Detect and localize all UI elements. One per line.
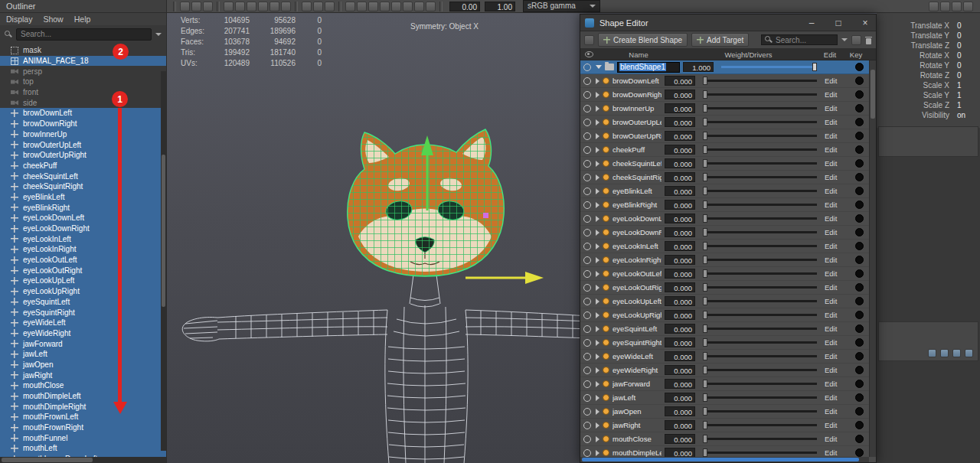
- channel-value[interactable]: 1: [957, 90, 980, 100]
- blend-target-row[interactable]: jawForward 0.000 Edit: [580, 377, 869, 391]
- target-name[interactable]: jawLeft: [612, 393, 662, 402]
- expand-chevron-icon[interactable]: [596, 367, 599, 373]
- outliner-item[interactable]: jawRight: [0, 370, 166, 380]
- blend-target-row[interactable]: eyeWideLeft 0.000 Edit: [580, 350, 869, 364]
- weight-field[interactable]: 0.000: [665, 324, 695, 334]
- blend-target-row[interactable]: eyeWideRight 0.000 Edit: [580, 364, 869, 377]
- target-select-radio[interactable]: [583, 284, 591, 292]
- outliner-item[interactable]: jawForward: [0, 338, 166, 349]
- expand-chevron-icon[interactable]: [596, 312, 599, 318]
- blend-target-row[interactable]: eyeSquintRight 0.000 Edit: [580, 336, 869, 350]
- blend-target-row[interactable]: mouthClose 0.000 Edit: [580, 432, 869, 446]
- slider-handle[interactable]: [703, 242, 707, 250]
- blend-target-row[interactable]: eyeLookInLeft 0.000 Edit: [580, 240, 869, 253]
- blend-target-row[interactable]: eyeLookUpLeft 0.000 Edit: [580, 295, 869, 308]
- slider-handle[interactable]: [703, 407, 707, 416]
- blend-target-row[interactable]: browOuterUpLeft 0.000 Edit: [580, 116, 869, 129]
- collapse-chevron-icon[interactable]: [596, 65, 602, 69]
- outliner-item[interactable]: eyeLookUpLeft: [0, 276, 166, 286]
- weight-slider[interactable]: [703, 328, 817, 330]
- snap-to-view-plane-icon[interactable]: [270, 2, 279, 11]
- collapse-all-icon[interactable]: [851, 35, 861, 45]
- edit-button[interactable]: Edit: [825, 187, 846, 195]
- name-column-header[interactable]: Name: [597, 51, 680, 59]
- weight-slider[interactable]: [703, 369, 817, 371]
- expand-chevron-icon[interactable]: [596, 92, 599, 98]
- weight-field[interactable]: 0.000: [665, 434, 695, 444]
- outliner-item[interactable]: eyeLookInRight: [0, 244, 166, 255]
- target-select-radio[interactable]: [583, 367, 591, 374]
- expand-chevron-icon[interactable]: [596, 243, 599, 249]
- slider-handle[interactable]: [703, 104, 707, 112]
- expand-chevron-icon[interactable]: [596, 216, 599, 222]
- blend-target-row[interactable]: jawOpen 0.000 Edit: [580, 405, 869, 419]
- keyframe-dot[interactable]: [855, 352, 864, 360]
- target-name[interactable]: jawRight: [612, 421, 662, 429]
- weight-slider[interactable]: [703, 396, 817, 399]
- keyframe-dot[interactable]: [855, 297, 864, 305]
- outliner-item[interactable]: cheekPuff: [0, 161, 166, 171]
- keyframe-dot[interactable]: [855, 104, 864, 112]
- target-name[interactable]: cheekSquintLeft: [612, 159, 662, 168]
- channel-value[interactable]: 0: [957, 51, 980, 60]
- weight-field[interactable]: 0.000: [665, 351, 695, 361]
- edit-button[interactable]: Edit: [825, 311, 846, 319]
- target-select-radio[interactable]: [583, 435, 591, 443]
- target-select-radio[interactable]: [583, 201, 591, 209]
- character-body-wireframe[interactable]: [182, 275, 615, 463]
- blend-target-row[interactable]: mouthDimpleLeft 0.000 Edit: [580, 446, 869, 457]
- weight-field[interactable]: 0.000: [665, 393, 695, 403]
- weight-field[interactable]: 0.000: [665, 420, 695, 430]
- target-select-radio[interactable]: [583, 311, 591, 319]
- outliner-item[interactable]: eyeLookOutRight: [0, 265, 166, 276]
- edit-button[interactable]: Edit: [825, 228, 846, 236]
- weight-field[interactable]: 0.000: [665, 200, 695, 210]
- keyframe-dot[interactable]: [855, 201, 864, 209]
- weight-slider[interactable]: [703, 135, 817, 137]
- status-numeric-field-a[interactable]: 0.00: [449, 2, 480, 11]
- target-name[interactable]: cheekSquintRight: [612, 173, 662, 181]
- keyframe-dot[interactable]: [855, 435, 864, 443]
- tool-settings-toggle-icon[interactable]: [952, 2, 962, 11]
- snap-to-curve-icon[interactable]: [235, 2, 245, 11]
- slider-handle[interactable]: [703, 159, 707, 168]
- outliner-item[interactable]: browOuterUpRight: [0, 150, 166, 161]
- target-select-radio[interactable]: [583, 146, 591, 154]
- weight-field[interactable]: 0.000: [665, 145, 695, 155]
- selected-component-handle[interactable]: [483, 213, 488, 218]
- expand-chevron-icon[interactable]: [596, 106, 599, 112]
- target-name[interactable]: jawOpen: [612, 407, 662, 416]
- outliner-item[interactable]: ANIMAL_FACE_18: [0, 56, 166, 67]
- expand-chevron-icon[interactable]: [596, 271, 599, 277]
- weight-slider[interactable]: [703, 259, 817, 261]
- edit-button[interactable]: Edit: [825, 269, 846, 278]
- outliner-item[interactable]: mouthFunnel: [0, 432, 166, 443]
- target-name[interactable]: eyeWideLeft: [612, 352, 662, 360]
- edit-button[interactable]: Edit: [825, 132, 846, 140]
- weight-column-header[interactable]: Weight/Drivers: [680, 51, 817, 59]
- target-select-radio[interactable]: [583, 174, 591, 181]
- scrollbar-thumb[interactable]: [582, 458, 859, 461]
- blend-target-row[interactable]: cheekSquintLeft 0.000 Edit: [580, 157, 869, 171]
- blend-target-row[interactable]: eyeLookUpRight 0.000 Edit: [580, 308, 869, 322]
- weight-slider[interactable]: [703, 80, 817, 82]
- select-by-hierarchy-icon[interactable]: [180, 2, 190, 11]
- target-select-radio[interactable]: [583, 380, 591, 388]
- weight-slider[interactable]: [703, 121, 817, 123]
- outliner-item[interactable]: browDownRight: [0, 119, 166, 129]
- keyframe-dot[interactable]: [855, 187, 864, 195]
- expand-chevron-icon[interactable]: [596, 450, 599, 456]
- weight-slider[interactable]: [703, 272, 817, 275]
- weight-slider[interactable]: [703, 176, 817, 178]
- keyframe-dot[interactable]: [855, 407, 864, 416]
- weight-field[interactable]: 0.000: [665, 186, 695, 196]
- slider-handle[interactable]: [703, 118, 707, 126]
- target-name[interactable]: browOuterUpRight: [612, 132, 662, 140]
- weight-field[interactable]: 0.000: [665, 131, 695, 141]
- weight-slider[interactable]: [703, 300, 817, 302]
- expand-chevron-icon[interactable]: [596, 230, 599, 236]
- target-name[interactable]: eyeLookInRight: [612, 256, 662, 264]
- slider-handle[interactable]: [703, 338, 707, 347]
- slider-handle[interactable]: [703, 297, 707, 305]
- edit-button[interactable]: Edit: [825, 90, 846, 99]
